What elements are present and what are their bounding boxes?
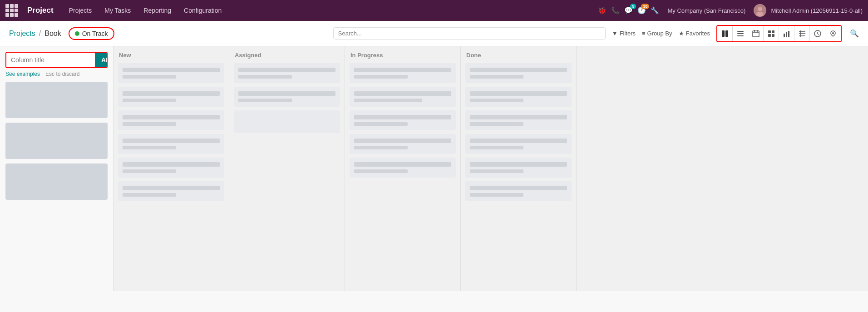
favorites-button[interactable]: ★ Favorites (679, 30, 710, 37)
nav-my-tasks[interactable]: My Tasks (102, 5, 133, 16)
kanban-card[interactable] (465, 87, 572, 107)
user-name: Mitchell Admin (12056911-15-0-all) (771, 7, 863, 14)
kanban-column-assigned: Assigned (229, 46, 345, 291)
kanban-card[interactable] (234, 87, 340, 107)
breadcrumb-separator: / (39, 30, 41, 38)
kanban-card[interactable] (118, 63, 224, 83)
view-chart[interactable] (779, 26, 794, 41)
groupby-icon: ≡ (642, 30, 646, 37)
nav-configuration[interactable]: Configuration (181, 5, 224, 16)
kanban-card[interactable] (234, 110, 340, 133)
kanban-column-done: Done (461, 46, 577, 291)
user-avatar (754, 4, 766, 17)
view-pivot[interactable] (794, 26, 810, 41)
column-title-input[interactable] (6, 53, 95, 67)
column-header-new: New (118, 52, 224, 59)
filter-icon: ▼ (612, 30, 618, 37)
nav-projects[interactable]: Projects (66, 5, 95, 16)
wrench-icon[interactable]: 🔧 (651, 6, 659, 15)
search-icon-button[interactable]: 🔍 (850, 29, 859, 38)
kanban-card[interactable] (118, 181, 224, 201)
kanban-card[interactable] (350, 158, 456, 178)
nav-reporting[interactable]: Reporting (141, 5, 174, 16)
svg-rect-4 (725, 30, 728, 37)
svg-rect-3 (722, 30, 725, 37)
kanban-card[interactable] (350, 63, 456, 83)
column-title-input-row: ADD (5, 52, 108, 68)
svg-rect-7 (737, 35, 744, 36)
clock-badge: 30 (641, 4, 649, 9)
add-column-button[interactable]: ADD (95, 53, 108, 67)
status-dot (75, 31, 79, 36)
svg-rect-12 (768, 30, 771, 33)
app-grid-icon[interactable] (5, 4, 18, 17)
top-nav: Project Projects My Tasks Reporting Conf… (0, 0, 868, 21)
view-list[interactable] (733, 26, 748, 41)
svg-rect-6 (737, 33, 744, 34)
view-grid[interactable] (764, 26, 779, 41)
svg-rect-5 (737, 31, 744, 32)
kanban-card[interactable] (465, 63, 572, 83)
placeholder-card-1 (5, 82, 108, 118)
chat-badge: 5 (630, 4, 636, 9)
status-badge[interactable]: On Track (69, 27, 114, 40)
esc-discard-hint: Esc to discard (45, 71, 79, 77)
kanban-card[interactable] (350, 134, 456, 154)
toolbar-actions: ▼ Filters ≡ Group By ★ Favorites (612, 30, 710, 37)
main-content: ADD See examples Esc to discard New Assi… (0, 46, 868, 291)
svg-line-25 (818, 34, 819, 35)
svg-point-1 (758, 7, 762, 11)
see-examples-link[interactable]: See examples (5, 71, 40, 77)
filters-label: Filters (620, 30, 636, 37)
svg-rect-15 (772, 34, 774, 37)
svg-rect-17 (786, 32, 787, 37)
breadcrumb-parent[interactable]: Projects (9, 30, 35, 38)
column-header-inprogress: In Progress (350, 52, 456, 59)
groupby-button[interactable]: ≡ Group By (642, 30, 672, 37)
view-switcher (716, 25, 842, 42)
svg-rect-14 (768, 34, 771, 37)
kanban-card[interactable] (465, 134, 572, 154)
star-icon: ★ (679, 30, 684, 37)
breadcrumb-bar: Projects / Book On Track ▼ Filters ≡ Gro… (0, 21, 868, 46)
kanban-card[interactable] (350, 87, 456, 107)
kanban-card[interactable] (118, 134, 224, 154)
svg-point-2 (756, 12, 764, 16)
view-kanban[interactable] (717, 26, 733, 41)
view-map[interactable] (825, 26, 841, 41)
form-hints: See examples Esc to discard (5, 71, 108, 77)
view-calendar[interactable] (748, 26, 764, 41)
kanban-card[interactable] (465, 181, 572, 201)
kanban-card[interactable] (350, 110, 456, 130)
kanban-column-new: New (113, 46, 229, 291)
status-text: On Track (82, 30, 108, 37)
svg-rect-16 (784, 34, 785, 37)
svg-rect-8 (753, 31, 759, 37)
kanban-column-inprogress: In Progress (345, 46, 461, 291)
clock-icon[interactable]: 🕐30 (637, 6, 646, 15)
kanban-board: New Assigned In Progress Done (113, 46, 868, 291)
search-input[interactable] (333, 27, 606, 40)
breadcrumb-current: Book (44, 30, 61, 38)
column-header-done: Done (465, 52, 572, 59)
kanban-card[interactable] (118, 158, 224, 178)
bug-icon[interactable]: 🐞 (598, 6, 607, 15)
phone-icon[interactable]: 📞 (611, 6, 620, 15)
app-name: Project (27, 6, 54, 15)
placeholder-card-3 (5, 163, 108, 200)
kanban-card[interactable] (118, 87, 224, 107)
top-nav-right: 🐞 📞 💬5 🕐30 🔧 My Company (San Francisco) … (598, 4, 863, 17)
filters-button[interactable]: ▼ Filters (612, 30, 636, 37)
placeholder-card-2 (5, 123, 108, 159)
kanban-card[interactable] (465, 158, 572, 178)
new-column-form: ADD See examples Esc to discard (0, 46, 113, 291)
kanban-card[interactable] (465, 110, 572, 130)
kanban-card[interactable] (234, 63, 340, 83)
svg-point-26 (832, 32, 834, 34)
chat-icon[interactable]: 💬5 (624, 6, 633, 15)
favorites-label: Favorites (686, 30, 710, 37)
kanban-card[interactable] (118, 110, 224, 130)
view-activity[interactable] (810, 26, 825, 41)
svg-rect-18 (788, 31, 789, 37)
company-name: My Company (San Francisco) (667, 7, 745, 14)
